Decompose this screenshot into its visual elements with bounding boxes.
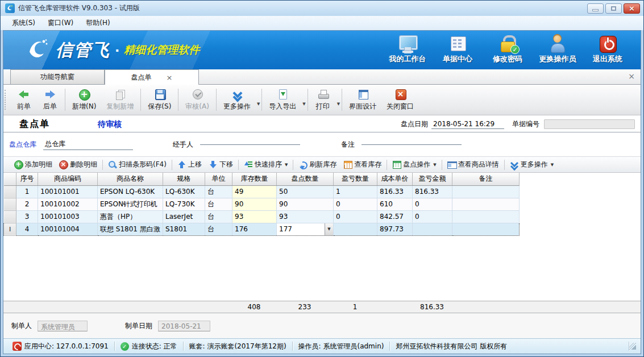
restore-icon: [611, 6, 616, 11]
toolbar-separator: [238, 160, 239, 170]
more-detail-ops-button[interactable]: 更多操作 ▼: [506, 159, 557, 171]
col-remark[interactable]: 备注: [452, 173, 520, 185]
col-cost[interactable]: 成本单价: [377, 173, 413, 185]
restore-button[interactable]: [605, 3, 622, 14]
inventory-ops-button[interactable]: 盘点操作 ▼: [389, 159, 439, 171]
quick-sort-button[interactable]: 快速排序 ▼: [240, 159, 291, 171]
tab-close-icon[interactable]: ×: [167, 74, 173, 81]
next-doc-button[interactable]: 后单: [37, 86, 63, 113]
chevron-down-icon[interactable]: ▼: [257, 102, 260, 106]
counted-qty-value[interactable]: 177: [277, 223, 325, 235]
menu-system[interactable]: 系统(S): [6, 16, 41, 30]
table-row-selected[interactable]: I 4 100101004 联想 S1801 黑白激 S1801 台 176 1…: [4, 223, 520, 235]
table-row[interactable]: 1 100101001 EPSON LQ-630K LQ-630K 台 49 5…: [4, 185, 520, 198]
main-toolbar: 前单 后单 新增(N) 复制新增 保存(S) 审: [3, 85, 641, 115]
handler-label: 经手人: [173, 140, 193, 150]
new-button[interactable]: 新增(N): [67, 86, 101, 113]
arrow-right-icon: [44, 89, 56, 100]
chevron-down-icon[interactable]: ▼: [302, 102, 305, 106]
banner-action-change-operator[interactable]: 更换操作员: [533, 35, 583, 64]
print-button[interactable]: 打印 ▼: [310, 86, 340, 113]
status-app-center: 应用中心: 127.0.0.1:7091: [7, 342, 114, 351]
col-code[interactable]: 商品编码: [38, 173, 98, 185]
move-down-button[interactable]: 下移: [205, 159, 236, 171]
chevron-down-icon[interactable]: ▼: [337, 102, 340, 106]
toolbar-separator: [172, 160, 172, 170]
more-actions-button[interactable]: 更多操作 ▼: [218, 86, 260, 113]
save-button[interactable]: 保存(S): [143, 86, 176, 113]
tab-function-navigator[interactable]: 功能导航窗: [10, 69, 105, 84]
view-stock-button[interactable]: 查看库存: [340, 159, 385, 171]
doc-number-label: 单据编号: [512, 119, 539, 129]
document-header: 盘点单 待审核 盘点日期 2018-05-21 16:29 单据编号: [3, 115, 641, 132]
save-floppy-icon: [153, 89, 166, 100]
col-diff-qty[interactable]: 盈亏数量: [334, 173, 377, 185]
col-unit[interactable]: 单位: [205, 173, 232, 185]
toolbar-separator: [178, 89, 178, 111]
import-export-button[interactable]: 导入导出 ▼: [264, 86, 305, 113]
brand-logo-icon: [25, 38, 50, 63]
table-row[interactable]: 3 100101003 惠普（HP） LaserJet 台 93 93 0 84…: [4, 210, 520, 223]
handler-field[interactable]: [200, 144, 300, 145]
tab-inventory-count[interactable]: 盘点单 ×: [105, 69, 199, 85]
doc-date-field[interactable]: 2018-05-21 16:29: [431, 120, 504, 129]
col-no[interactable]: 序号: [16, 173, 38, 185]
close-window-button[interactable]: 关闭窗口: [381, 86, 419, 113]
tabstrip-close-icon[interactable]: ×: [628, 72, 635, 80]
banner-action-exit[interactable]: 退出系统: [583, 35, 633, 64]
close-icon: ×: [629, 5, 635, 12]
scan-barcode-button[interactable]: 扫描条形码(F4): [105, 159, 170, 171]
toolbar-separator: [216, 89, 217, 111]
table-row[interactable]: 2 100101002 EPSON针式打印机 LQ-730K 台 90 90 0…: [4, 198, 520, 210]
audit-check-icon: [191, 89, 203, 100]
dropdown-button[interactable]: ▼: [325, 223, 333, 235]
menu-window[interactable]: 窗口(W): [42, 16, 79, 30]
remark-field[interactable]: [362, 144, 462, 145]
minimize-icon: [592, 9, 599, 11]
chevron-down-icon: ▼: [551, 163, 554, 167]
move-up-button[interactable]: 上移: [174, 159, 205, 171]
col-spec[interactable]: 规格: [163, 173, 205, 185]
toolbar-grip: [5, 90, 10, 110]
grid-table: 序号 商品编码 商品名称 规格 单位 库存数量 盘点数量 盈亏数量 成本单价 盈…: [3, 173, 520, 236]
content-frame: 信管飞 · 精细化管理软件 我的工作台 单据中心 ✓ 修改密码: [3, 30, 641, 354]
title-bar: 信管飞仓库管理软件 V9.0.303 - 试用版 ×: [1, 1, 643, 16]
minimize-button[interactable]: [587, 3, 604, 14]
col-counted[interactable]: 盘点数量: [277, 173, 334, 185]
ui-design-button[interactable]: 界面设计: [344, 86, 381, 113]
ui-design-icon: [356, 89, 369, 100]
refresh-stock-button[interactable]: 刷新库存: [295, 159, 340, 171]
row-indicator: [4, 198, 16, 210]
warehouse-field[interactable]: 总仓库: [43, 139, 133, 150]
menu-help[interactable]: 帮助(H): [80, 16, 115, 30]
add-detail-button[interactable]: 添加明细: [11, 159, 56, 171]
printer-icon: [317, 89, 329, 100]
col-diff-amt[interactable]: 盈亏金额: [413, 173, 452, 185]
counted-qty-editor[interactable]: 177 ▼: [277, 223, 334, 235]
view-product-detail-button[interactable]: 查看商品详情: [444, 159, 502, 171]
toolbar-separator: [102, 160, 103, 170]
form-row: 盘点仓库 总仓库 经手人 备注: [3, 132, 641, 156]
row-indicator-header: [4, 173, 16, 185]
import-export-icon: [276, 89, 289, 100]
toolbar-separator: [504, 160, 505, 170]
maker-label: 制单人: [11, 321, 32, 331]
resize-grip[interactable]: [629, 343, 636, 350]
col-stock[interactable]: 库存数量: [232, 173, 277, 185]
banner-action-change-password[interactable]: ✓ 修改密码: [483, 35, 533, 64]
grid-empty-area: [3, 236, 641, 301]
delete-detail-button[interactable]: 删除明细: [56, 159, 101, 171]
banner-action-document-center[interactable]: 单据中心: [433, 35, 483, 64]
monitor-icon: [398, 35, 417, 52]
row-indicator-editing: I: [4, 223, 16, 235]
brand-block: 信管飞 · 精细化管理软件: [25, 38, 200, 63]
banner-action-workbench[interactable]: 我的工作台: [383, 35, 433, 64]
doc-title: 盘点单: [19, 118, 50, 130]
footer-form: 制单人 系统管理员 制单日期 2018-05-21: [3, 313, 641, 338]
doc-status-badge: 待审核: [98, 119, 122, 130]
col-name[interactable]: 商品名称: [98, 173, 163, 185]
prev-doc-button[interactable]: 前单: [11, 86, 37, 113]
arrow-up-icon: [177, 160, 186, 169]
status-operator: 操作员: 系统管理员(admin): [293, 342, 390, 351]
close-button[interactable]: ×: [624, 3, 640, 14]
